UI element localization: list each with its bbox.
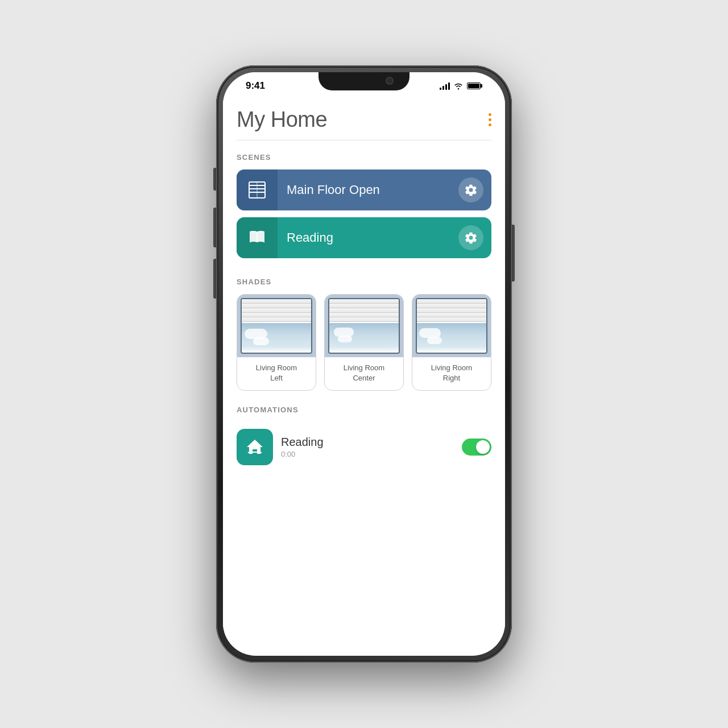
more-options-button[interactable] [489, 107, 491, 126]
power-button[interactable] [512, 225, 515, 282]
shade-visual-left [237, 295, 316, 357]
shade-visual-right [412, 295, 491, 357]
wifi-icon [453, 82, 464, 90]
phone-screen: 9:41 [223, 72, 505, 656]
battery-icon [467, 82, 482, 89]
scene-main-floor-open-settings[interactable] [458, 177, 483, 202]
scene-reading-settings[interactable] [458, 225, 483, 250]
gear-icon-2 [464, 231, 478, 245]
phone-frame: 9:41 [216, 65, 512, 663]
camera-dot [387, 78, 392, 84]
scene-main-floor-open-label: Main Floor Open [278, 183, 458, 197]
automation-reading: Reading 0:00 [237, 422, 491, 465]
shade-living-room-center[interactable]: Living RoomCenter [324, 294, 404, 391]
automation-reading-toggle[interactable] [462, 439, 491, 456]
shade-living-room-left[interactable]: Living RoomLeft [237, 294, 316, 391]
automation-reading-info: Reading 0:00 [281, 436, 454, 458]
scene-book-icon-area [237, 217, 278, 258]
scenes-label: SCENES [237, 140, 491, 169]
gear-icon [464, 183, 478, 197]
shade-right-label: Living RoomRight [412, 357, 491, 390]
automations-label: AUTOMATIONS [237, 393, 491, 422]
page-header: My Home [237, 96, 491, 140]
notch [318, 72, 410, 90]
shades-label: SHADES [237, 265, 491, 294]
page-title: My Home [237, 107, 327, 132]
shades-section: SHADES [237, 265, 491, 391]
automation-reading-name: Reading [281, 436, 454, 449]
automations-section: AUTOMATIONS Reading 0:00 [237, 393, 491, 465]
book-icon [247, 228, 267, 248]
mute-button[interactable] [213, 168, 216, 191]
volume-down-button[interactable] [213, 259, 216, 299]
automation-reading-time: 0:00 [281, 450, 454, 458]
scene-blinds-icon-area [237, 169, 278, 210]
status-icons [440, 82, 482, 90]
shades-grid: Living RoomLeft [237, 294, 491, 391]
scene-main-floor-open[interactable]: Main Floor Open [237, 169, 491, 210]
scene-reading-label: Reading [278, 230, 458, 245]
app-content: My Home SCENES [223, 96, 505, 653]
signal-icon [440, 82, 450, 90]
status-time: 9:41 [246, 80, 265, 92]
shade-living-room-right[interactable]: Living RoomRight [412, 294, 491, 391]
scene-reading[interactable]: Reading [237, 217, 491, 258]
automation-reading-icon [237, 429, 273, 465]
shade-left-label: Living RoomLeft [237, 357, 316, 390]
blinds-icon [247, 180, 267, 200]
volume-up-button[interactable] [213, 208, 216, 247]
scenes-section: SCENES Main Floor Open [237, 140, 491, 258]
shade-visual-center [325, 295, 403, 357]
shade-center-label: Living RoomCenter [325, 357, 403, 390]
home-icon [245, 437, 265, 457]
